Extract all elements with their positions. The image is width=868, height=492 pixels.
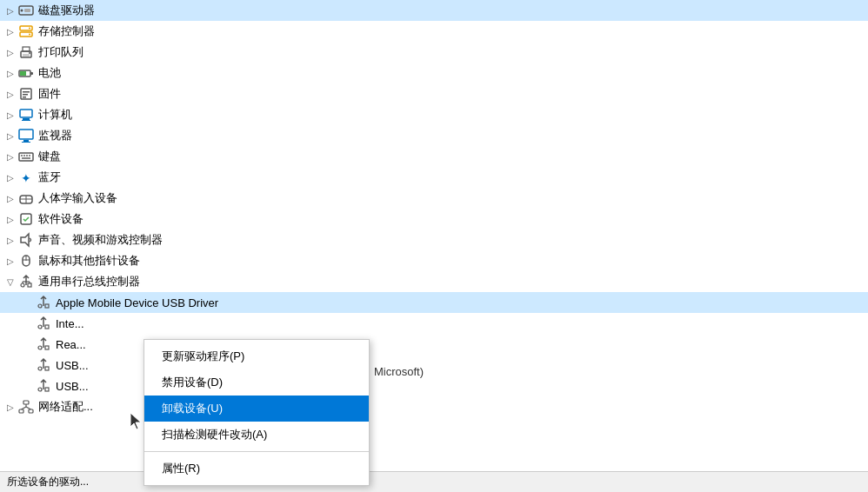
tree-item-usb1[interactable]: USB... [0, 355, 868, 376]
status-text: 所选设备的驱动... [7, 475, 89, 489]
svg-rect-2 [24, 9, 30, 12]
svg-rect-45 [45, 304, 49, 308]
computer-icon [17, 106, 35, 123]
computer-label: 计算机 [38, 107, 868, 123]
svg-point-10 [29, 52, 30, 54]
tree-item-keyboard[interactable]: ▷ 键盘 [0, 146, 868, 167]
context-menu-disable-device[interactable]: 禁用设备(D) [144, 369, 369, 396]
tree-item-firmware[interactable]: ▷ 固件 [0, 83, 868, 104]
expand-icon-audio[interactable]: ▷ [3, 233, 17, 247]
expand-icon-hid[interactable]: ▷ [3, 191, 17, 205]
svg-rect-12 [30, 72, 33, 75]
tree-item-real-usb[interactable]: Rea... [0, 334, 868, 355]
svg-point-44 [38, 304, 42, 308]
tree-item-computer[interactable]: ▷ 计算机 [0, 104, 868, 125]
expand-icon-computer[interactable]: ▷ [3, 108, 17, 122]
usb1-icon [35, 356, 52, 374]
tree-item-hid[interactable]: ▷ 人体学输入设备 [0, 188, 868, 209]
keyboard-icon [17, 148, 35, 165]
svg-rect-15 [23, 91, 30, 93]
microsoft-text: Microsoft) [374, 365, 424, 378]
tree-item-usb2[interactable]: USB... [0, 376, 868, 396]
context-menu-separator [144, 451, 369, 452]
firmware-icon [17, 85, 35, 103]
context-menu: 更新驱动程序(P) 禁用设备(D) 卸载设备(U) 扫描检测硬件改动(A) 属性… [144, 339, 370, 486]
expand-icon-software[interactable]: ▷ [3, 212, 17, 226]
expand-icon-usb2 [21, 379, 35, 393]
expand-icon-network[interactable]: ▷ [3, 400, 17, 414]
svg-rect-24 [19, 153, 33, 161]
monitor-icon [17, 127, 35, 144]
battery-label: 电池 [38, 65, 868, 81]
expand-icon-monitor[interactable]: ▷ [3, 129, 17, 143]
svg-rect-23 [22, 142, 30, 143]
svg-rect-9 [23, 54, 30, 57]
context-menu-uninstall-device[interactable]: 卸载设备(U) [144, 396, 369, 422]
expand-icon-disk[interactable]: ▷ [3, 3, 17, 17]
hid-label: 人体学输入设备 [38, 190, 868, 206]
device-manager: ▷ 磁盘驱动器 ▷ 存储控制器 ▷ 打印队列 ▷ [0, 0, 868, 492]
svg-point-52 [38, 388, 42, 391]
context-menu-properties[interactable]: 属性(R) [144, 455, 369, 482]
tree-item-software[interactable]: ▷ 软件设备 [0, 209, 868, 229]
svg-rect-27 [26, 155, 28, 156]
tree-item-intel-usb[interactable]: Inte... [0, 313, 868, 334]
expand-icon-storage[interactable]: ▷ [3, 24, 17, 38]
svg-rect-16 [23, 94, 28, 96]
svg-line-58 [22, 407, 27, 409]
monitor-label: 监视器 [38, 128, 868, 143]
storage-icon [17, 23, 35, 40]
mouse-label: 鼠标和其他指针设备 [38, 253, 868, 269]
svg-point-50 [38, 367, 42, 370]
tree-item-storage[interactable]: ▷ 存储控制器 [0, 21, 868, 42]
svg-line-59 [26, 407, 31, 409]
expand-icon-keyboard[interactable]: ▷ [3, 150, 17, 163]
expand-icon-apple-usb [21, 296, 35, 309]
svg-point-39 [21, 283, 24, 287]
disk-label: 磁盘驱动器 [38, 3, 868, 18]
context-menu-scan-hardware[interactable]: 扫描检测硬件改动(A) [144, 422, 369, 448]
real-usb-icon [35, 336, 52, 353]
storage-label: 存储控制器 [38, 23, 868, 39]
expand-icon-mouse[interactable]: ▷ [3, 254, 17, 268]
svg-point-1 [21, 10, 23, 12]
svg-rect-56 [29, 409, 33, 413]
svg-rect-20 [22, 120, 30, 121]
svg-rect-53 [45, 388, 49, 391]
apple-usb-icon [35, 294, 52, 311]
expand-icon-usb-ctrl[interactable]: ▽ [3, 275, 17, 289]
expand-icon-usb1 [21, 358, 35, 372]
tree-item-printer[interactable]: ▷ 打印队列 [0, 42, 868, 63]
tree-item-usb-ctrl[interactable]: ▽ 通用串行总线控制器 [0, 271, 868, 292]
svg-rect-13 [20, 71, 26, 76]
svg-rect-17 [23, 96, 26, 98]
tree-item-disk[interactable]: ▷ 磁盘驱动器 [0, 0, 868, 21]
apple-usb-label: Apple Mobile Device USB Driver [56, 296, 868, 309]
tree-item-battery[interactable]: ▷ 电池 [0, 63, 868, 83]
audio-label: 声音、视频和游戏控制器 [38, 232, 868, 248]
network-icon [17, 398, 35, 416]
hid-icon [17, 189, 35, 207]
tree-item-audio[interactable]: ▷ 声音、视频和游戏控制器 [0, 229, 868, 250]
svg-rect-19 [23, 118, 30, 120]
intel-usb-icon [35, 315, 52, 332]
svg-rect-18 [20, 110, 32, 117]
tree-item-mouse[interactable]: ▷ 鼠标和其他指针设备 [0, 250, 868, 271]
bluetooth-icon: ✦ [17, 169, 35, 186]
expand-icon-battery[interactable]: ▷ [3, 66, 17, 80]
svg-rect-47 [45, 325, 49, 329]
tree-item-network[interactable]: ▷ 网络适配... [0, 396, 868, 417]
expand-icon-real [21, 337, 35, 351]
tree-item-bluetooth[interactable]: ▷ ✦ 蓝牙 [0, 167, 868, 188]
status-bar: 所选设备的驱动... [0, 471, 868, 492]
tree-item-apple-usb[interactable]: Apple Mobile Device USB Driver [0, 292, 868, 313]
tree-item-monitor[interactable]: ▷ 监视器 [0, 125, 868, 146]
intel-usb-label: Inte... [56, 317, 868, 330]
expand-icon-firmware[interactable]: ▷ [3, 87, 17, 101]
svg-point-6 [29, 34, 30, 36]
context-menu-update-driver[interactable]: 更新驱动程序(P) [144, 343, 369, 369]
expand-icon-printer[interactable]: ▷ [3, 45, 17, 59]
expand-icon-bluetooth[interactable]: ▷ [3, 170, 17, 184]
usb-ctrl-label: 通用串行总线控制器 [38, 274, 868, 289]
bluetooth-label: 蓝牙 [38, 170, 868, 185]
